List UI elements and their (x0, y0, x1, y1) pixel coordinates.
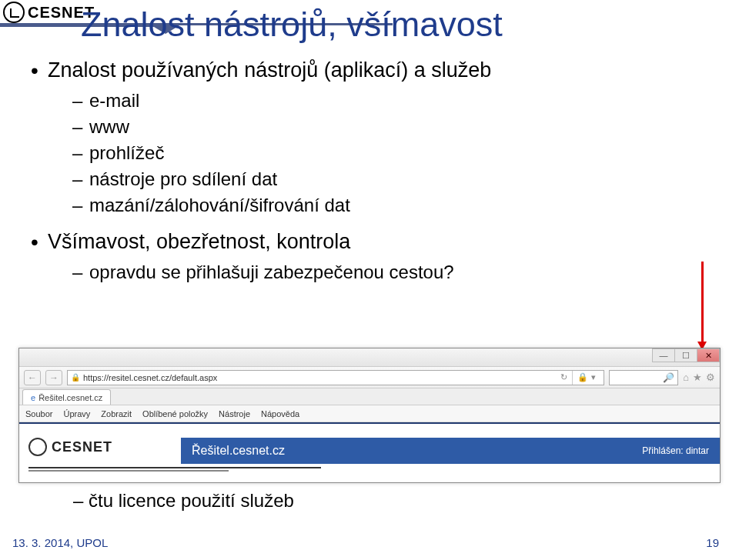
tools-icon[interactable]: ⚙ (706, 372, 715, 383)
slide-body: Znalost používaných nástrojů (aplikací) … (31, 58, 708, 288)
menu-item[interactable]: Zobrazit (101, 409, 132, 418)
rendered-page: CESNET Řešitel.cesnet.cz Přihlášen: dint… (19, 422, 720, 482)
bullet-level2: mazání/zálohování/šifrování dat (31, 195, 708, 216)
callout-arrow-icon (701, 262, 704, 342)
cert-lock-icon: 🔒 (577, 372, 588, 382)
dropdown-icon[interactable]: ▾ (591, 372, 596, 382)
maximize-button[interactable]: ☐ (674, 348, 697, 362)
slide-title: Znalost nástrojů, všímavost (81, 5, 503, 45)
url-text: https://resitel.cesnet.cz/default.aspx (83, 373, 217, 382)
logged-in-label: Přihlášen: dintar (642, 445, 709, 456)
bullet-level2: čtu licence použití služeb (73, 490, 294, 512)
menu-bar: Soubor Úpravy Zobrazit Oblíbené položky … (19, 405, 720, 422)
page-number: 19 (706, 536, 719, 549)
page-header-title: Řešitel.cesnet.cz (192, 444, 285, 458)
window-controls: — ☐ ✕ (653, 348, 720, 362)
bullet-level2: e-mail (31, 90, 708, 112)
menu-item[interactable]: Nápověda (261, 409, 299, 418)
menu-item[interactable]: Nástroje (219, 409, 250, 418)
page-logo-text: CESNET (52, 439, 112, 455)
tab-title: Řešitel.cesnet.cz (38, 393, 102, 402)
bullet-level2: nástroje pro sdílení dat (31, 168, 708, 190)
url-input[interactable]: 🔒 https://resitel.cesnet.cz/default.aspx… (67, 370, 604, 385)
address-bar: ← → 🔒 https://resitel.cesnet.cz/default.… (19, 367, 720, 388)
home-icon[interactable]: ⌂ (683, 372, 689, 383)
footer-date: 13. 3. 2014, UPOL (12, 536, 108, 549)
logo-mark-icon (3, 2, 25, 23)
favorites-icon[interactable]: ★ (693, 372, 702, 383)
back-button[interactable]: ← (24, 370, 41, 385)
forward-button[interactable]: → (45, 370, 62, 385)
search-input[interactable]: 🔎 (609, 370, 678, 385)
bullet-level1: Znalost používaných nástrojů (aplikací) … (31, 58, 708, 82)
page-logo-icon (28, 438, 47, 456)
page-divider (28, 467, 336, 472)
browser-tab[interactable]: e Řešitel.cesnet.cz (22, 389, 111, 405)
tab-strip: e Řešitel.cesnet.cz (19, 388, 720, 405)
window-titlebar: — ☐ ✕ (19, 348, 720, 367)
minimize-button[interactable]: — (652, 348, 675, 362)
page-header-band: Řešitel.cesnet.cz Přihlášen: dintar (181, 438, 720, 464)
close-button[interactable]: ✕ (697, 348, 720, 362)
menu-item[interactable]: Soubor (25, 409, 52, 418)
browser-screenshot: — ☐ ✕ ← → 🔒 https://resitel.cesnet.cz/de… (18, 348, 721, 483)
refresh-icon[interactable]: ↻ (560, 372, 567, 382)
menu-item[interactable]: Úpravy (63, 409, 90, 418)
ie-icon: e (31, 393, 35, 402)
bullet-level2: opravdu se přihlašuji zabezpečenou cesto… (31, 262, 708, 283)
search-icon: 🔎 (663, 372, 674, 383)
menu-item[interactable]: Oblíbené položky (142, 409, 208, 418)
bullet-level2: prohlížeč (31, 142, 708, 164)
bullet-level2: www (31, 116, 708, 138)
bullet-level1: Všímavost, obezřetnost, kontrola (31, 230, 708, 254)
lock-icon: 🔒 (71, 373, 80, 382)
